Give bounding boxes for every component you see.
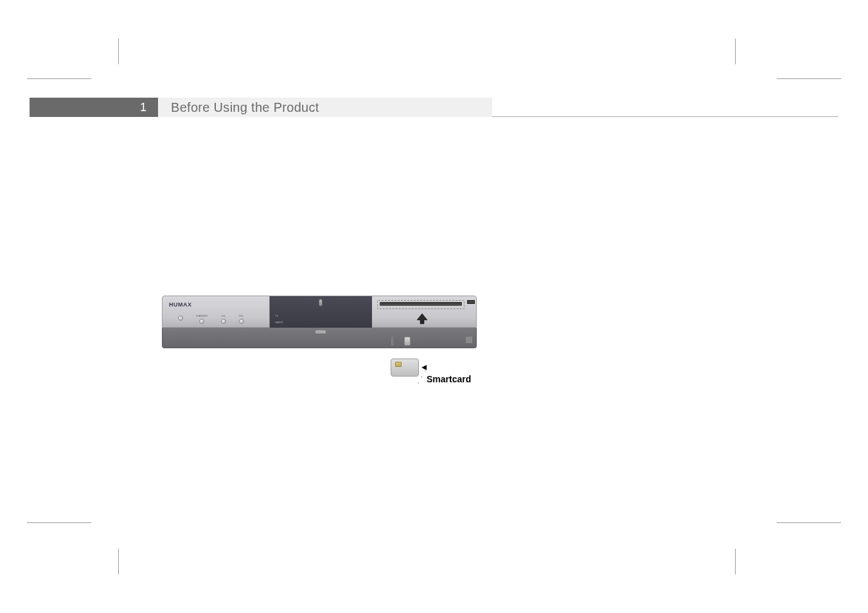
led-dot-icon — [239, 319, 244, 324]
chapter-header: 1 Before Using the Product — [30, 98, 838, 117]
bottom-slot-icon — [315, 330, 326, 333]
crop-mark — [118, 549, 119, 574]
led-label: STANDBY — [196, 314, 208, 317]
tv-label: TV — [275, 314, 278, 317]
brand-logo: HUMAX — [169, 301, 192, 308]
bottom-detail-icon — [391, 337, 395, 346]
crop-mark — [777, 522, 841, 523]
device-illustration: HUMAX STANDBY CH- CH+ — [162, 289, 477, 392]
chapter-number: 1 — [30, 98, 158, 117]
bottom-detail-icon — [404, 337, 411, 346]
receiver-body: HUMAX STANDBY CH- CH+ — [162, 296, 477, 348]
card-slot-opening — [380, 302, 462, 306]
receiver-top-panel: HUMAX STANDBY CH- CH+ — [162, 296, 477, 328]
radio-label: RADIO — [275, 321, 283, 324]
crop-mark — [118, 39, 119, 64]
chapter-title: Before Using the Product — [158, 98, 492, 117]
led-indicator: CH- — [221, 314, 226, 324]
crop-mark — [735, 39, 736, 64]
led-dot-icon — [221, 319, 226, 324]
arrow-up-icon — [416, 312, 429, 325]
crop-mark — [735, 549, 736, 574]
crop-mark — [27, 78, 91, 79]
display-panel: TV RADIO — [269, 296, 372, 328]
smartcard-flap — [372, 296, 477, 328]
smartcard-callout-label: Smartcard — [427, 374, 471, 384]
led-dot-icon — [178, 315, 183, 321]
bottom-detail-icon — [466, 337, 472, 343]
led-label: CH+ — [239, 314, 244, 317]
led-label: CH- — [221, 314, 226, 317]
standby-button-icon — [319, 299, 323, 306]
led-row: STANDBY CH- CH+ — [178, 314, 244, 324]
led-dot-icon — [199, 319, 204, 324]
crop-mark — [27, 522, 91, 523]
smartcard-icon — [391, 359, 419, 377]
receiver-bottom-panel — [162, 328, 477, 348]
chip-icon — [395, 362, 402, 367]
led-indicator — [178, 314, 183, 324]
usb-port-icon — [467, 300, 475, 304]
led-indicator: CH+ — [239, 314, 244, 324]
crop-mark — [777, 78, 841, 79]
led-indicator: STANDBY — [196, 314, 208, 324]
chapter-header-bar: 1 Before Using the Product — [30, 98, 492, 117]
